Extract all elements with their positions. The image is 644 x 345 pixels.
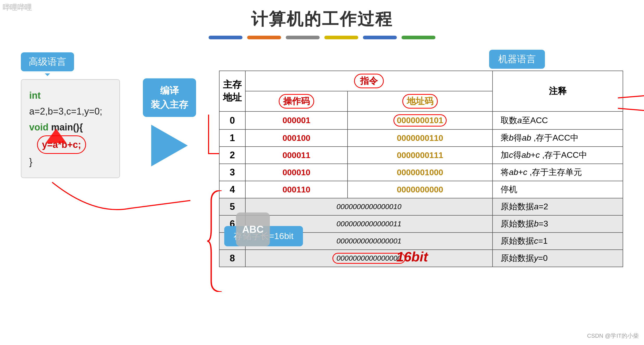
opcode-header-circled: 操作码 (279, 94, 314, 109)
cell-addrcode-1: 0000000110 (348, 129, 493, 147)
cell-comment-1: 乘b得ab ,存于ACC中 (493, 129, 623, 147)
cell-opcode-1: 000100 (245, 129, 348, 147)
col-header-addr: 主存地址 (219, 71, 245, 111)
color-bar-item-1 (209, 36, 242, 39)
cell-data-5: 0000000000000010 (245, 198, 493, 215)
cell-comment-5: 原始数据a=2 (493, 198, 623, 215)
watermark-label: 哔哩哔哩 (3, 3, 32, 12)
cell-comment-6: 原始数据b=3 (493, 215, 623, 233)
cell-addr-0: 0 (219, 111, 245, 129)
cell-opcode-0: 000001 (245, 111, 348, 129)
color-bar-item-2 (247, 36, 281, 39)
cell-addrcode-2: 0000000111 (348, 147, 493, 164)
cell-opcode-3: 000010 (245, 164, 348, 181)
cell-addrcode-0: 0000000101 (348, 111, 493, 129)
code-vars: a=2,b=3,c=1,y=0; (29, 106, 102, 117)
middle-panel: 编译装入主存 (136, 78, 203, 166)
code-box: int a=2,b=3,c=1,y=0; void main(){ y=a*b+… (21, 79, 120, 178)
cell-comment-7: 原始数据c=1 (493, 233, 623, 250)
table-row: 1 000100 0000000110 乘b得ab ,存于ACC中 (219, 129, 623, 147)
highlevel-bubble: 高级语言 (21, 52, 74, 71)
table-row: 2 000011 0000000111 加c得ab+c ,存于ACC中 (219, 147, 623, 164)
color-bar-item-4 (324, 36, 358, 39)
sixteen-bit-label: 16bit (396, 249, 428, 265)
main-content: 高级语言 int a=2,b=3,c=1,y=0; void main(){ y… (0, 52, 644, 267)
annotation-lines-icon: 6 b (618, 93, 644, 124)
closing-brace: } (29, 156, 32, 167)
col-header-comment: 注释 (493, 71, 623, 111)
csdn-label: CSDN @学IT的小柴 (587, 332, 639, 340)
cell-comment-8: 原始数据y=0 (493, 250, 623, 267)
code-line-2: void main(){ (29, 119, 112, 135)
addrcode-circled-0: 0000000101 (393, 114, 447, 127)
col-header-instruction: 指令 (245, 71, 493, 91)
svg-line-1 (618, 94, 644, 98)
table-row: 5 0000000000000010 原始数据a=2 (219, 198, 623, 215)
cell-addrcode-4: 0000000000 (348, 181, 493, 198)
cell-comment-4: 停机 (493, 181, 623, 198)
instruction-header-circled: 指令 (354, 74, 384, 88)
table-row: 4 000110 0000000000 停机 (219, 181, 623, 198)
red-triangle-icon (46, 129, 66, 144)
compile-arrow-icon (151, 125, 188, 166)
color-bar-item-3 (286, 36, 320, 39)
cell-comment-2: 加c得ab+c ,存于ACC中 (493, 147, 623, 164)
color-bar-item-6 (402, 36, 435, 39)
cell-opcode-4: 000110 (245, 181, 348, 198)
code-line-4: } (29, 154, 112, 170)
left-panel: 高级语言 int a=2,b=3,c=1,y=0; void main(){ y… (21, 52, 120, 178)
cell-comment-3: 将ab+c ,存于主存单元 (493, 164, 623, 181)
cell-addr-3: 3 (219, 164, 245, 181)
svg-line-2 (618, 108, 644, 112)
cell-addrcode-3: 0000001000 (348, 164, 493, 181)
addrcode-header-circled: 地址码 (402, 94, 438, 109)
code-line-1: int a=2,b=3,c=1,y=0; (29, 87, 112, 119)
cell-opcode-2: 000011 (245, 147, 348, 164)
cell-data-8: 0000000000000000 (245, 250, 493, 267)
abc-keyboard-icon: ABC (236, 212, 270, 246)
compile-bubble: 编译装入主存 (143, 78, 196, 117)
color-bar-item-5 (363, 36, 397, 39)
cell-addr-1: 1 (219, 129, 245, 147)
table-row: 3 000010 0000001000 将ab+c ,存于主存单元 (219, 164, 623, 181)
cell-addr-2: 2 (219, 147, 245, 164)
right-panel: 机器语言 主存地址 指令 注释 操作码 (219, 52, 623, 267)
keyword-int: int (29, 90, 41, 101)
svg-marker-0 (46, 129, 66, 143)
table-row: 0 000001 0000000101 取数a至ACC (219, 111, 623, 129)
data-circled-8: 0000000000000000 (332, 253, 405, 264)
col-header-addrcode: 地址码 (348, 91, 493, 111)
col-header-opcode: 操作码 (245, 91, 348, 111)
cell-comment-0: 取数a至ACC (493, 111, 623, 129)
machine-bubble: 机器语言 (489, 50, 545, 69)
color-bar (0, 36, 644, 39)
left-brace-icon (206, 190, 227, 292)
page-title: 计算机的工作过程 (0, 0, 644, 30)
